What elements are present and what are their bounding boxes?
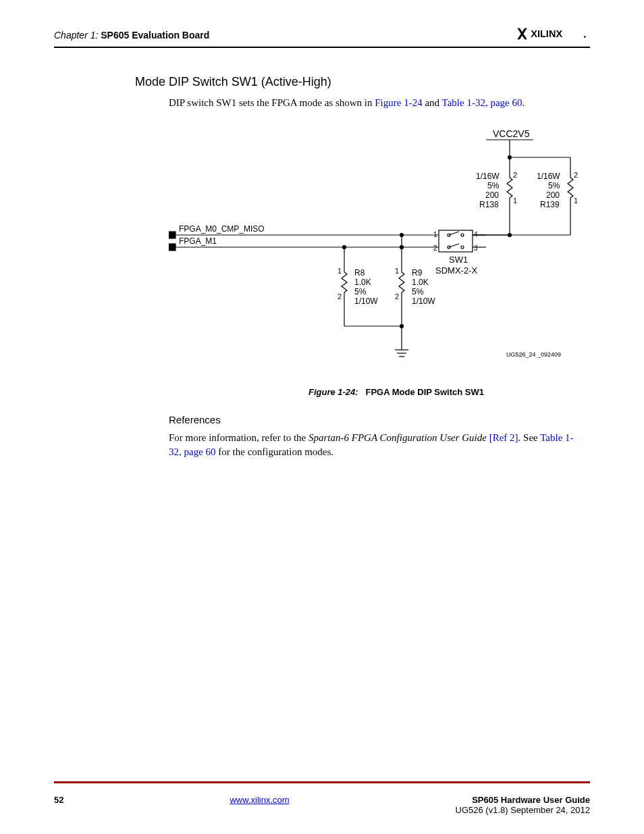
svg-text:2: 2 [433, 244, 437, 252]
chapter-label: Chapter 1: [54, 30, 98, 41]
sig1-label: FPGA_M1 [179, 236, 217, 246]
sw1-part: SDMX-2-X [435, 265, 477, 276]
intro-text-a: DIP switch SW1 sets the FPGA mode as sho… [169, 97, 375, 108]
figure-link[interactable]: Figure 1-24 [375, 97, 422, 108]
svg-text:R139: R139 [540, 200, 560, 209]
references-heading: References [169, 414, 590, 425]
svg-text:1: 1 [395, 267, 399, 275]
figure-id: UG526_24 _092409 [506, 351, 561, 358]
footer-url[interactable]: www.xilinx.com [230, 795, 289, 805]
r8: 1 2 R8 1.0K 5% 1/10W [338, 246, 378, 327]
figure-1-24: VCC2V5 2 1 1/16W 5% 200 R138 [169, 124, 590, 397]
svg-text:1/16W: 1/16W [476, 172, 500, 181]
svg-point-7 [508, 156, 512, 159]
r139: 2 1 1/16W 5% 200 R139 [537, 171, 578, 235]
footer-rule [54, 781, 590, 783]
svg-text:1/10W: 1/10W [354, 296, 378, 306]
svg-text:1: 1 [513, 197, 517, 205]
svg-text:R8: R8 [354, 268, 365, 278]
svg-rect-28 [169, 232, 176, 238]
ref-doc-title: Spartan-6 FPGA Configuration User Guide [308, 432, 487, 443]
svg-text:2: 2 [574, 171, 578, 179]
svg-point-37 [461, 246, 464, 249]
svg-line-35 [449, 232, 459, 235]
figure-label: Figure 1-24: [308, 387, 358, 397]
section-intro: DIP switch SW1 sets the FPGA mode as sho… [169, 96, 583, 110]
svg-text:1/16W: 1/16W [537, 172, 560, 181]
svg-text:3: 3 [474, 244, 478, 252]
svg-text:200: 200 [485, 190, 499, 200]
svg-text:200: 200 [546, 190, 560, 200]
ref-text-c: . See [518, 432, 541, 443]
svg-point-56 [400, 246, 404, 249]
svg-text:5%: 5% [548, 181, 560, 190]
svg-point-34 [461, 234, 464, 236]
svg-text:2: 2 [395, 292, 399, 301]
table-link[interactable]: Table 1-32, page 60 [442, 97, 522, 108]
section-heading: Mode DIP Switch SW1 (Active-High) [135, 75, 590, 89]
page-number: 52 [54, 795, 63, 805]
ref-text-a: For more information, refer to the [169, 432, 308, 443]
svg-text:2: 2 [338, 292, 342, 301]
intro-text-b: and [423, 97, 442, 108]
header-left: Chapter 1: SP605 Evaluation Board [54, 30, 209, 41]
xilinx-logo-icon: XILINX [516, 27, 590, 41]
svg-text:2: 2 [513, 171, 517, 179]
references-body: For more information, refer to the Spart… [169, 431, 583, 459]
page-footer: 52 www.xilinx.com SP605 Hardware User Gu… [54, 795, 590, 815]
svg-text:1: 1 [338, 267, 342, 275]
svg-text:R138: R138 [479, 200, 499, 209]
svg-point-55 [400, 234, 404, 237]
svg-point-46 [343, 246, 346, 249]
chapter-title: SP605 Evaluation Board [101, 30, 209, 41]
figure-title: FPGA Mode DIP Switch SW1 [366, 387, 485, 397]
svg-text:5%: 5% [412, 287, 424, 296]
intro-text-c: . [522, 97, 525, 108]
doc-title: SP605 Hardware User Guide [456, 795, 590, 805]
svg-text:XILINX: XILINX [531, 28, 562, 39]
svg-text:1.0K: 1.0K [354, 278, 371, 287]
page-header: Chapter 1: SP605 Evaluation Board XILINX [54, 27, 590, 48]
svg-rect-32 [439, 230, 473, 252]
svg-point-1 [584, 36, 586, 38]
sw1-label: SW1 [449, 255, 468, 265]
svg-point-27 [508, 234, 512, 237]
figure-caption: Figure 1-24: FPGA Mode DIP Switch SW1 [203, 387, 590, 397]
svg-text:R9: R9 [412, 268, 423, 278]
schematic-svg: VCC2V5 2 1 1/16W 5% 200 R138 [169, 124, 587, 380]
svg-text:1: 1 [574, 197, 578, 205]
sig0-label: FPGA_M0_CMP_MISO [179, 224, 265, 234]
svg-text:5%: 5% [487, 181, 500, 190]
svg-text:1.0K: 1.0K [412, 278, 429, 287]
svg-line-38 [449, 244, 459, 247]
ref-text-d: for the configuration modes. [216, 446, 334, 457]
svg-text:1/10W: 1/10W [412, 296, 435, 306]
doc-subtitle: UG526 (v1.8) September 24, 2012 [456, 805, 590, 815]
svg-text:5%: 5% [354, 287, 367, 296]
svg-text:1: 1 [433, 231, 437, 238]
brand-logo: XILINX [516, 27, 590, 43]
r138: 2 1 1/16W 5% 200 R138 [476, 171, 517, 218]
ref2-link[interactable]: [Ref 2] [489, 432, 518, 443]
vcc-label: VCC2V5 [493, 128, 530, 139]
svg-rect-30 [169, 244, 176, 251]
